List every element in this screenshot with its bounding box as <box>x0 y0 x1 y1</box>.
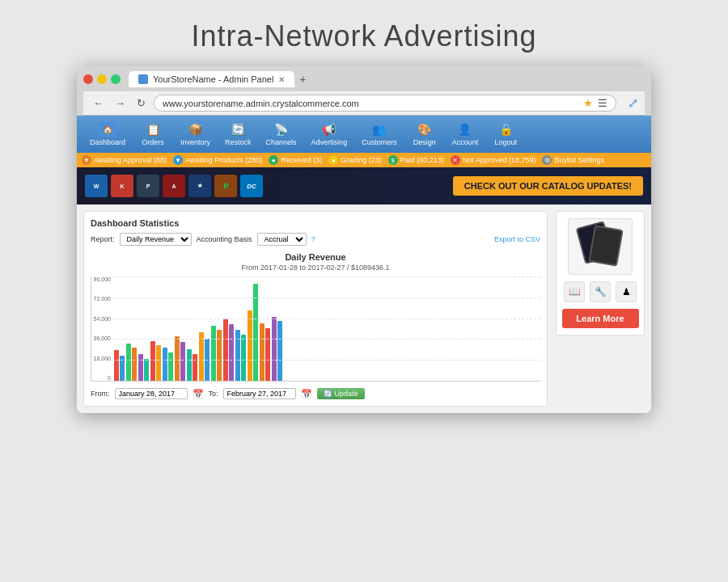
dashboard-icon: 🏠 <box>99 122 116 137</box>
report-select[interactable]: Daily Revenue <box>120 233 192 246</box>
bar-13-1 <box>277 321 282 381</box>
banner-cta[interactable]: Check out our CATALOG UPDATES! <box>453 176 643 196</box>
nav-item-logout[interactable]: 🔒 Logout <box>486 119 525 150</box>
nav-item-customers[interactable]: 👥 Customers <box>355 119 404 150</box>
status-not-approved[interactable]: ✕ Not Approved (18,759) <box>451 155 536 165</box>
banner-logo-6: 🐉 <box>214 175 237 197</box>
bar-1-1 <box>132 348 137 381</box>
banner-logo-konami: K <box>111 175 133 197</box>
nav-item-restock[interactable]: 🔄 Restock <box>218 119 258 150</box>
bar-11-0 <box>248 310 252 381</box>
tab-favicon <box>138 74 148 84</box>
status-received[interactable]: ● Received (3) <box>269 155 322 165</box>
nav-label-orders: Orders <box>142 138 164 146</box>
forward-button[interactable]: → <box>112 95 129 111</box>
bar-4-1 <box>168 352 173 381</box>
expand-icon[interactable]: ⤢ <box>628 95 638 111</box>
maximize-dot[interactable] <box>111 74 121 84</box>
nav-item-account[interactable]: 👤 Account <box>446 119 485 150</box>
close-dot[interactable] <box>83 74 93 84</box>
new-tab-button[interactable]: + <box>294 71 311 87</box>
bar-8-1 <box>217 330 222 381</box>
minimize-dot[interactable] <box>97 74 107 84</box>
accounting-select[interactable]: Accrual <box>257 233 307 246</box>
bar-5-0 <box>175 336 180 381</box>
banner-logo-dc: DC <box>240 175 263 197</box>
nav-item-channels[interactable]: 📡 Channels <box>260 119 303 150</box>
nav-item-dashboard[interactable]: 🏠 Dashboard <box>83 119 132 150</box>
bar-2-0 <box>138 354 143 381</box>
customers-icon: 👥 <box>370 122 388 137</box>
nav-item-advertising[interactable]: 📢 Advertising <box>305 119 354 150</box>
grading-label: Grading (23) <box>341 156 382 164</box>
bar-group-11 <box>248 284 258 381</box>
update-label: Update <box>335 390 358 398</box>
export-csv-link[interactable]: Export to CSV <box>494 235 540 243</box>
products-label: Awaiting Products (280) <box>185 156 262 164</box>
from-date-input[interactable] <box>115 388 188 399</box>
bar-group-13 <box>272 317 282 381</box>
paid-icon: $ <box>388 155 398 165</box>
update-icon: 🔄 <box>324 390 332 398</box>
main-content: Dashboard Statistics Report: Daily Reven… <box>77 205 651 413</box>
status-grading[interactable]: ● Grading (23) <box>328 155 382 165</box>
not-approved-label: Not Approved (18,759) <box>463 156 536 164</box>
bookmark-icon[interactable]: ★ <box>583 97 593 109</box>
nav-item-design[interactable]: 🎨 Design <box>405 119 444 150</box>
approval-icon: ▼ <box>82 155 91 165</box>
status-awaiting-approval[interactable]: ▼ Awaiting Approval (88) <box>82 155 167 165</box>
chart-title: Daily Revenue <box>91 252 540 262</box>
nav-label-account: Account <box>452 138 479 146</box>
from-calendar-icon[interactable]: 📅 <box>193 389 204 399</box>
grid-line-2 <box>112 297 540 298</box>
nav-label-dashboard: Dashboard <box>90 138 125 146</box>
bar-group-10 <box>235 330 246 381</box>
nav-label-advertising: Advertising <box>311 138 348 146</box>
grading-icon: ● <box>328 155 338 165</box>
not-approved-icon: ✕ <box>451 155 460 165</box>
panel-title: Dashboard Statistics <box>91 218 540 228</box>
nav-label-channels: Channels <box>266 138 297 146</box>
grid-line-4 <box>112 339 540 340</box>
bar-group-8 <box>211 326 222 381</box>
bar-group-1 <box>126 344 137 381</box>
bar-group-0 <box>114 350 125 381</box>
channels-icon: 📡 <box>273 122 290 137</box>
help-icon[interactable]: ? <box>311 235 315 243</box>
status-paid[interactable]: $ Paid (60,213) <box>388 155 444 165</box>
nav-item-orders[interactable]: 📋 Orders <box>133 119 172 150</box>
card-2 <box>588 225 623 267</box>
url-input[interactable]: www.yourstorename.admin.crystalcommerce.… <box>154 95 616 112</box>
update-button[interactable]: 🔄 Update <box>317 388 365 399</box>
bar-2-1 <box>144 359 149 381</box>
logout-icon: 🔒 <box>497 122 514 137</box>
tab-title: YourStoreName - Admin Panel <box>153 74 273 84</box>
menu-icon[interactable]: ☰ <box>598 97 607 109</box>
bar-6-1 <box>193 354 197 381</box>
refresh-button[interactable]: ↻ <box>133 95 149 111</box>
nav-item-inventory[interactable]: 📦 Inventory <box>174 119 217 150</box>
status-buylist[interactable]: ⚙ Buylist Settings <box>542 155 604 165</box>
bar-10-0 <box>235 330 240 381</box>
learn-more-button[interactable]: Learn More <box>562 309 639 328</box>
ad-banner: W K P A ★ 🐉 DC Check out our CATALOG UPD… <box>77 167 651 205</box>
banner-logo-5: ★ <box>188 175 211 197</box>
browser-tab[interactable]: YourStoreName - Admin Panel ✕ <box>129 71 294 87</box>
to-calendar-icon[interactable]: 📅 <box>301 389 312 399</box>
bar-6-0 <box>187 349 192 381</box>
chart-footer: From: 📅 To: 📅 🔄 Update <box>91 388 540 399</box>
status-awaiting-products[interactable]: ▼ Awaiting Products (280) <box>173 155 262 165</box>
bar-group-6 <box>187 349 197 381</box>
bar-group-3 <box>150 341 161 381</box>
back-button[interactable]: ← <box>90 95 107 111</box>
nav-label-design: Design <box>413 138 436 146</box>
to-label: To: <box>209 390 218 398</box>
nav-label-logout: Logout <box>494 138 517 146</box>
browser-dots <box>83 74 121 84</box>
buylist-label: Buylist Settings <box>554 156 604 164</box>
tab-close-icon[interactable]: ✕ <box>278 75 285 84</box>
bar-1-0 <box>126 344 131 381</box>
grid-line-top <box>112 276 540 277</box>
to-date-input[interactable] <box>223 388 296 399</box>
banner-logo-paizo: P <box>137 175 159 197</box>
